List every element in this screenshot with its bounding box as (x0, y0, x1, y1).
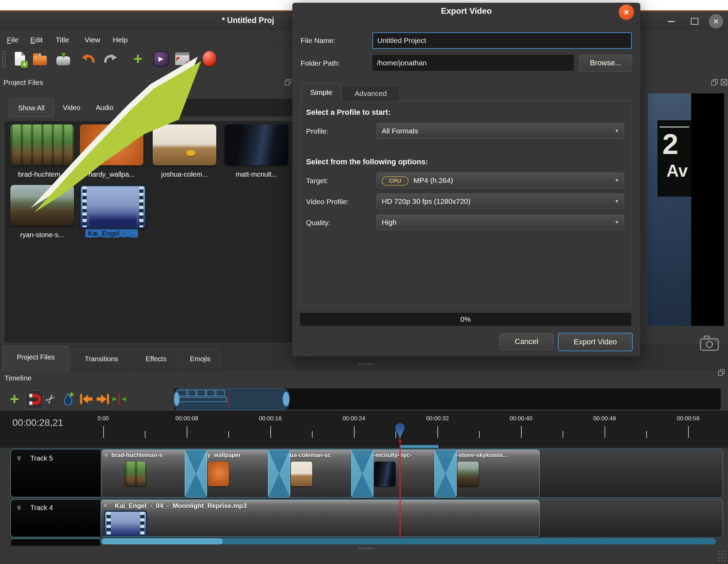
toolbar-separator (76, 50, 77, 68)
scissors-icon: ✂ (42, 390, 59, 408)
add-marker-button[interactable] (61, 391, 77, 407)
transition[interactable] (351, 450, 373, 498)
clip-menu-icon[interactable]: ∨ (104, 452, 108, 458)
close-button[interactable]: × (709, 14, 723, 29)
current-time: 00:00:28,21 (12, 417, 63, 428)
export-video-confirm-button[interactable]: Export Video (558, 333, 633, 351)
splitter-handle[interactable] (358, 363, 374, 365)
menu-help[interactable]: Help (111, 34, 130, 46)
file-thumbnail-matt[interactable] (225, 124, 288, 165)
export-dialog-title: Export Video (292, 6, 640, 16)
file-thumbnail-brad[interactable] (10, 124, 74, 165)
tab-advanced[interactable]: Advanced (341, 85, 400, 102)
clip-kai-engel-audio[interactable]: ∨ Kai_Engel_-_04_-_Moonlight_Reprise.mp3 (101, 500, 540, 537)
save-project-button[interactable]: ▼ (55, 50, 72, 67)
file-label[interactable]: hardy_wallpa... (80, 170, 143, 178)
import-files-button[interactable]: + (130, 50, 146, 67)
subway-sign-number: 2 (662, 128, 678, 160)
window-title: * Untitled Proj (222, 16, 274, 25)
dialog-close-button[interactable]: × (619, 4, 634, 20)
capture-screenshot-icon[interactable] (699, 335, 720, 352)
fullscreen-button[interactable]: ◤◢ (174, 50, 191, 67)
toolbar-separator (197, 50, 198, 68)
menu-view[interactable]: View (83, 34, 102, 46)
track-collapse-icon[interactable]: ∨ (17, 454, 22, 462)
menu-edit[interactable]: Edit (28, 34, 45, 46)
file-thumbnail-ryan[interactable] (10, 185, 74, 226)
close-preview-icon[interactable] (720, 78, 728, 87)
progress-percent: 0% (460, 315, 471, 323)
folder-path-input[interactable] (372, 55, 574, 71)
playhead-marker[interactable] (392, 422, 408, 444)
quality-dropdown[interactable]: High▼ (377, 214, 624, 230)
filter-tab-image[interactable]: Image (123, 99, 153, 116)
open-project-button[interactable]: ▲ (32, 50, 48, 67)
tab-transitions[interactable]: Transitions (71, 349, 132, 369)
track-name: Track 4 (30, 504, 53, 512)
center-playhead-button[interactable] (111, 391, 127, 407)
target-dropdown[interactable]: CPUMP4 (h.264)▼ (377, 173, 624, 188)
undock-preview-icon[interactable] (710, 78, 719, 87)
file-label-selected[interactable]: Kai_Engel_-_... (80, 230, 143, 237)
toolbar-drag-handle[interactable] (1, 51, 6, 67)
new-project-button[interactable]: + (12, 50, 28, 67)
undock-panel-icon[interactable] (284, 78, 292, 87)
tab-simple[interactable]: Simple (301, 83, 341, 102)
file-label[interactable]: ryan-stone-s... (10, 231, 74, 239)
undock-timeline-icon[interactable] (717, 368, 726, 377)
snapping-toggle[interactable] (25, 390, 43, 409)
window-resize-grip[interactable] (717, 550, 726, 563)
file-label[interactable]: matt-mcnult... (225, 170, 288, 178)
plus-icon: + (133, 52, 143, 66)
next-marker-button[interactable] (95, 391, 111, 407)
export-video-button[interactable] (201, 50, 218, 67)
dialog-title-divider (292, 23, 640, 23)
track-name: Track 5 (30, 454, 53, 462)
tab-emojis[interactable]: Emojis (180, 349, 220, 369)
choose-profile-button[interactable]: ▶ (153, 50, 169, 67)
minimize-button[interactable] (665, 15, 677, 27)
undo-button[interactable] (80, 50, 97, 67)
maximize-button[interactable] (688, 15, 701, 27)
splitter-handle[interactable] (358, 547, 374, 550)
menu-file[interactable]: File (5, 34, 21, 46)
filter-tab-show-all[interactable]: Show All (9, 99, 54, 117)
clip-menu-icon[interactable]: ∨ (104, 502, 107, 508)
add-track-button[interactable]: + (7, 391, 22, 407)
file-thumbnail-joshua[interactable] (153, 124, 216, 165)
previous-marker-button[interactable] (78, 391, 94, 407)
cancel-button[interactable]: Cancel (499, 333, 554, 350)
file-thumbnail-kai-engel[interactable] (80, 185, 146, 229)
track-5-header[interactable]: ∨ Track 5 (11, 450, 100, 496)
redo-button[interactable] (102, 50, 119, 67)
profile-dropdown[interactable]: All Formats▼ (377, 123, 624, 139)
tab-effects[interactable]: Effects (134, 349, 178, 369)
transition[interactable] (268, 450, 290, 498)
tab-project-files[interactable]: Project Files (2, 346, 69, 371)
redo-icon (103, 52, 118, 65)
filter-tab-video[interactable]: Video (58, 99, 85, 116)
video-profile-dropdown[interactable]: HD 720p 30 fps (1280x720)▼ (377, 193, 624, 209)
clip-label: brad-huchteman-s (111, 452, 162, 459)
file-thumbnail-hardy[interactable] (80, 124, 143, 165)
track-4-header[interactable]: ∨ Track 4 (11, 500, 100, 536)
new-file-icon: + (15, 52, 25, 66)
file-label[interactable]: joshua-colem... (153, 170, 216, 178)
transition[interactable] (434, 450, 457, 498)
menu-title[interactable]: Title (54, 34, 71, 46)
transition[interactable] (185, 450, 207, 498)
file-label[interactable]: brad-huchtem... (10, 170, 74, 178)
track-collapse-icon[interactable]: ∨ (17, 503, 22, 511)
file-name-input[interactable] (372, 32, 632, 49)
filter-input[interactable] (162, 99, 292, 116)
browse-button[interactable]: Browse... (579, 54, 632, 71)
plus-icon: + (10, 392, 19, 406)
profile-value: All Formats (382, 127, 418, 135)
ruler-label: 00:00:56 (667, 415, 709, 422)
save-icon: ▼ (56, 56, 70, 65)
razor-tool-button[interactable]: ✂ (43, 391, 58, 407)
filter-tab-audio[interactable]: Audio (90, 99, 119, 116)
clip-thumbnail (208, 462, 229, 486)
ruler-label: 00:00:48 (584, 415, 625, 422)
timeline-scrollbar-thumb[interactable] (102, 538, 223, 544)
